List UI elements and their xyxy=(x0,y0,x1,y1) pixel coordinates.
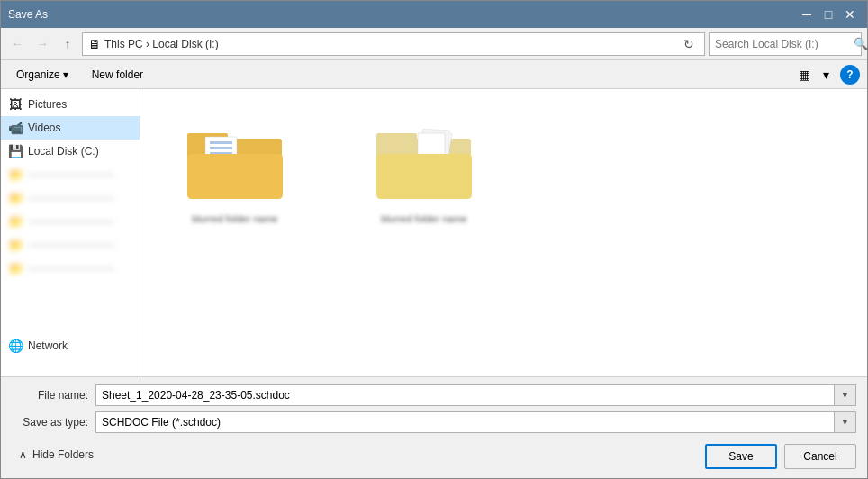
up-button[interactable]: ↑ xyxy=(57,33,78,55)
local-disk-c-icon: 💾 xyxy=(8,144,23,158)
sidebar-item-network[interactable]: 🌐 Network xyxy=(1,334,140,357)
sidebar-item-blurred-4[interactable]: 📁 ———————— xyxy=(1,233,140,257)
search-icon: 🔍 xyxy=(854,37,868,50)
save-button[interactable]: Save xyxy=(705,444,777,469)
maximize-button[interactable]: □ xyxy=(818,5,838,23)
sidebar-item-videos[interactable]: 📹 Videos xyxy=(1,116,140,140)
savetype-row: Save as type: ▼ xyxy=(12,411,856,433)
sidebar-item-blurred-1[interactable]: 📁 ———————— xyxy=(1,163,140,186)
folder-icon-1 xyxy=(181,116,289,206)
videos-icon: 📹 xyxy=(8,121,23,135)
savetype-dropdown-button[interactable]: ▼ xyxy=(835,411,856,433)
network-icon: 🌐 xyxy=(8,339,23,353)
folder-item-2[interactable]: blurred folder name xyxy=(366,116,483,224)
sidebar-item-network-label: Network xyxy=(28,339,68,352)
sidebar-item-local-disk-c[interactable]: 💾 Local Disk (C:) xyxy=(1,140,140,163)
nav-bar: ← → ↑ 🖥 This PC › Local Disk (I:) ↻ 🔍 xyxy=(1,28,867,60)
sidebar-item-blurred-5[interactable]: 📁 ———————— xyxy=(1,257,140,280)
toolbar: Organize ▾ New folder ▦ ▾ ? xyxy=(1,60,867,89)
savetype-input-wrapper: ▼ xyxy=(95,411,856,433)
content-area: 🖼 Pictures 📹 Videos 💾 Local Disk (C:) 📁 … xyxy=(1,89,867,376)
sidebar-item-blurred-2[interactable]: 📁 ———————— xyxy=(1,186,140,210)
view-icon: ▦ xyxy=(799,68,810,82)
search-box: 🔍 xyxy=(709,32,862,56)
sidebar-item-pictures-label: Pictures xyxy=(28,98,67,111)
view-button[interactable]: ▦ xyxy=(791,64,817,86)
bottom-area: File name: ▼ Save as type: ▼ ∧ Hide Fold… xyxy=(1,376,867,478)
svg-rect-10 xyxy=(376,133,417,144)
buttons-row: Save Cancel xyxy=(705,438,856,471)
hide-folders-arrow-icon: ∧ xyxy=(19,448,27,461)
refresh-button[interactable]: ↻ xyxy=(679,34,699,54)
sidebar-item-pictures[interactable]: 🖼 Pictures xyxy=(1,93,140,116)
organize-arrow-icon: ▾ xyxy=(63,68,68,81)
filename-label: File name: xyxy=(12,389,88,402)
filename-dropdown-button[interactable]: ▼ xyxy=(835,384,856,406)
svg-rect-3 xyxy=(210,141,232,144)
minimize-button[interactable]: ─ xyxy=(797,5,817,23)
folder-container: blurred folder name xyxy=(167,107,492,233)
cancel-button[interactable]: Cancel xyxy=(784,444,856,469)
folder-item-1[interactable]: blurred folder name xyxy=(176,116,294,224)
view-dropdown-button[interactable]: ▾ xyxy=(818,64,833,86)
address-computer-icon: 🖥 xyxy=(88,37,101,51)
address-bar[interactable]: 🖥 This PC › Local Disk (I:) ↻ xyxy=(82,32,705,56)
sidebar-item-blurred-3[interactable]: 📁 ———————— xyxy=(1,210,140,233)
title-bar: Save As ─ □ ✕ xyxy=(1,1,867,28)
blurred-icon-3: 📁 xyxy=(8,214,23,229)
help-button[interactable]: ? xyxy=(840,65,860,85)
blurred-icon-2: 📁 xyxy=(8,191,23,205)
view-arrow-icon: ▾ xyxy=(823,68,829,82)
search-input[interactable] xyxy=(715,38,850,50)
blurred-icon-5: 📁 xyxy=(8,261,23,276)
sidebar: 🖼 Pictures 📹 Videos 💾 Local Disk (C:) 📁 … xyxy=(1,89,140,376)
folder-2-label: blurred folder name xyxy=(381,213,466,224)
address-path: This PC › Local Disk (I:) xyxy=(104,38,675,50)
blurred-icon-4: 📁 xyxy=(8,238,23,252)
sidebar-item-videos-label: Videos xyxy=(28,122,60,134)
new-folder-button[interactable]: New folder xyxy=(84,64,151,86)
hide-folders-label: Hide Folders xyxy=(32,448,94,461)
forward-button[interactable]: → xyxy=(32,33,53,55)
save-as-dialog: Save As ─ □ ✕ ← → ↑ 🖥 This PC › Local Di… xyxy=(0,0,868,479)
savetype-label: Save as type: xyxy=(12,416,88,429)
svg-rect-4 xyxy=(210,147,232,149)
filename-input-wrapper: ▼ xyxy=(95,384,856,406)
folder-icon-2 xyxy=(370,116,478,206)
hide-folders-row[interactable]: ∧ Hide Folders xyxy=(12,443,101,466)
close-button[interactable]: ✕ xyxy=(840,5,860,23)
organize-button[interactable]: Organize ▾ xyxy=(8,64,77,86)
savetype-input[interactable] xyxy=(95,411,835,433)
pictures-icon: 🖼 xyxy=(8,97,23,112)
filename-row: File name: ▼ xyxy=(12,384,856,406)
blurred-icon-1: 📁 xyxy=(8,167,23,182)
folder-1-label: blurred folder name xyxy=(192,213,277,224)
sidebar-item-local-disk-c-label: Local Disk (C:) xyxy=(28,145,99,158)
dialog-title: Save As xyxy=(8,8,48,21)
new-folder-label: New folder xyxy=(92,68,143,81)
filename-input[interactable] xyxy=(95,384,835,406)
file-area: blurred folder name xyxy=(140,89,867,376)
back-button[interactable]: ← xyxy=(6,33,28,55)
organize-label: Organize xyxy=(16,68,60,81)
title-controls: ─ □ ✕ xyxy=(797,5,860,23)
